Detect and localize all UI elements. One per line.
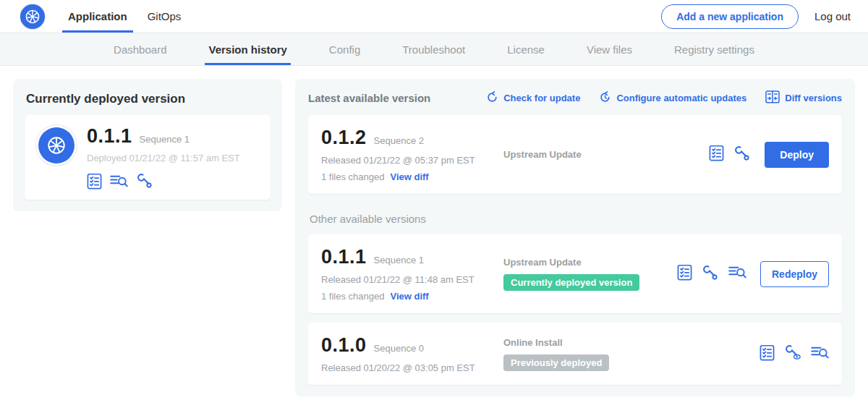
tab-registry-settings[interactable]: Registry settings xyxy=(653,33,775,65)
app-icon xyxy=(38,127,75,163)
tab-version-history[interactable]: Version history xyxy=(187,33,307,65)
sequence-label: Sequence 2 xyxy=(374,135,424,146)
logout-button[interactable]: Log out xyxy=(814,10,851,22)
sequence-label: Sequence 1 xyxy=(374,255,424,265)
deployed-timestamp: Deployed 01/21/22 @ 11:57 am EST xyxy=(87,153,240,163)
version-source-label: Upstream Update xyxy=(503,149,582,160)
deploy-logs-icon[interactable] xyxy=(728,265,746,283)
tab-troubleshoot[interactable]: Troubleshoot xyxy=(381,33,486,65)
refresh-icon xyxy=(486,91,498,106)
version-history-page: Currently deployed version 0.1.1 Sequenc… xyxy=(0,66,868,408)
app-subnav: Dashboard Version history Config Trouble… xyxy=(0,33,868,66)
edit-config-icon[interactable] xyxy=(733,145,751,165)
edit-config-icon[interactable] xyxy=(702,264,719,284)
deployed-version-number: 0.1.1 xyxy=(87,125,132,148)
top-nav-right: Add a new application Log out xyxy=(661,4,868,29)
deployed-version-info: 0.1.1 Sequence 1 Deployed 01/21/22 @ 11:… xyxy=(87,125,240,190)
version-card-0-1-2: 0.1.2 Sequence 2 Released 01/21/22 @ 05:… xyxy=(308,115,842,194)
version-card-0-1-1: 0.1.1 Sequence 1 Released 01/21/22 @ 11:… xyxy=(308,234,842,313)
files-changed-label: 1 files changed xyxy=(321,171,384,182)
view-diff-link[interactable]: View diff xyxy=(390,171,428,182)
preflight-checklist-icon[interactable] xyxy=(87,173,102,190)
configure-automatic-updates-link[interactable]: Configure automatic updates xyxy=(599,90,746,106)
version-source-label: Upstream Update xyxy=(503,257,582,268)
deploy-logs-icon[interactable] xyxy=(811,345,829,363)
available-versions-panel: Latest available version Check for updat… xyxy=(295,79,855,396)
preflight-checklist-icon[interactable] xyxy=(760,344,775,364)
deploy-button[interactable]: Deploy xyxy=(765,142,829,168)
released-timestamp: Released 01/20/22 @ 03:05 pm EST xyxy=(321,362,503,373)
preflight-checklist-icon[interactable] xyxy=(709,145,724,164)
version-number: 0.1.2 xyxy=(321,127,367,149)
version-card-0-1-0: 0.1.0 Sequence 0 Released 01/20/22 @ 03:… xyxy=(308,323,842,385)
tab-license[interactable]: License xyxy=(486,33,566,65)
version-number: 0.1.1 xyxy=(321,246,367,268)
tab-config[interactable]: Config xyxy=(308,33,381,65)
previously-deployed-badge: Previously deployed xyxy=(503,354,609,371)
redeploy-button[interactable]: Redeploy xyxy=(760,261,829,287)
other-versions-title: Other available versions xyxy=(310,213,842,225)
preflight-checklist-icon[interactable] xyxy=(677,264,692,284)
tab-dashboard[interactable]: Dashboard xyxy=(93,33,187,65)
top-nav: Application GitOps Add a new application… xyxy=(0,0,868,33)
latest-available-title: Latest available version xyxy=(308,92,430,104)
currently-deployed-badge: Currently deployed version xyxy=(503,274,639,291)
deployed-sequence-label: Sequence 1 xyxy=(140,134,190,145)
view-config-icon[interactable] xyxy=(784,344,801,364)
files-changed-label: 1 files changed xyxy=(321,291,384,302)
version-source-label: Online Install xyxy=(503,337,563,348)
diff-icon xyxy=(765,90,780,106)
deployed-panel-title: Currently deployed version xyxy=(26,92,271,106)
released-timestamp: Released 01/21/22 @ 05:37 pm EST xyxy=(321,155,503,166)
app-tabs: Application GitOps xyxy=(68,0,181,33)
edit-config-icon[interactable] xyxy=(136,172,153,190)
clock-refresh-icon xyxy=(599,91,611,106)
tab-gitops[interactable]: GitOps xyxy=(148,0,182,33)
deployed-version-card: 0.1.1 Sequence 1 Deployed 01/21/22 @ 11:… xyxy=(25,115,271,200)
tab-application[interactable]: Application xyxy=(68,0,127,33)
currently-deployed-panel: Currently deployed version 0.1.1 Sequenc… xyxy=(13,79,282,211)
version-number: 0.1.0 xyxy=(321,334,367,357)
diff-versions-link[interactable]: Diff versions xyxy=(765,90,842,106)
add-application-button[interactable]: Add a new application xyxy=(661,4,799,29)
tab-view-files[interactable]: View files xyxy=(566,33,653,65)
deploy-logs-icon[interactable] xyxy=(110,174,128,189)
kubernetes-logo-icon xyxy=(20,4,45,29)
sequence-label: Sequence 0 xyxy=(374,343,424,354)
view-diff-link[interactable]: View diff xyxy=(390,291,428,302)
released-timestamp: Released 01/21/22 @ 11:48 am EST xyxy=(321,274,503,285)
check-for-update-link[interactable]: Check for update xyxy=(486,90,580,106)
